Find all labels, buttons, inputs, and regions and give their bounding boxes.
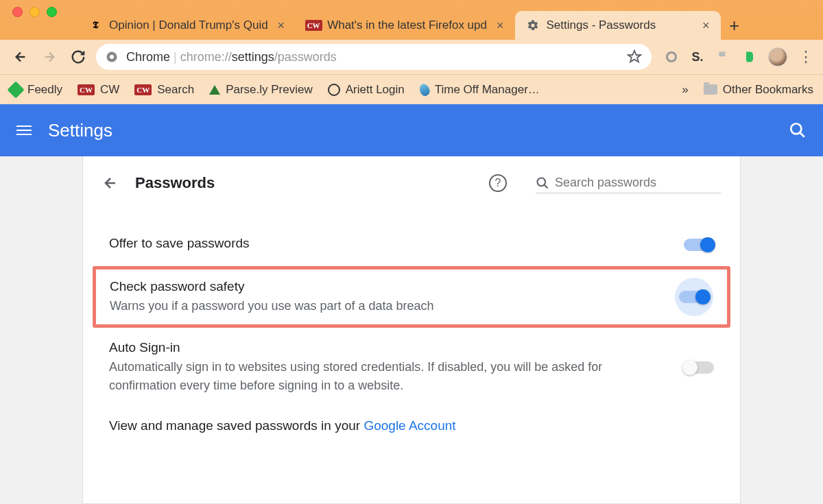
chrome-icon (106, 51, 118, 63)
extension-s-icon[interactable]: S. (690, 49, 705, 64)
new-tab-button[interactable]: + (721, 11, 748, 40)
bookmarks-bar: Feedly CWCW CWSearch Parse.ly Preview Ar… (0, 74, 823, 104)
tab-1[interactable]: CW What's in the latest Firefox upd × (296, 11, 514, 40)
setting-title: Check password safety (110, 279, 661, 294)
menu-icon[interactable]: ⋮ (798, 49, 813, 64)
bookmark-label: CW (100, 83, 119, 97)
settings-title: Settings (48, 120, 112, 141)
other-bookmarks[interactable]: Other Bookmarks (704, 83, 813, 97)
url-text: Chrome | chrome://settings/passwords (126, 50, 597, 64)
window-controls (12, 7, 57, 17)
manage-prefix: View and manage saved passwords in your (109, 418, 363, 433)
setting-title: Offer to save passwords (109, 236, 670, 251)
google-account-link[interactable]: Google Account (363, 418, 455, 433)
svg-point-3 (538, 178, 546, 186)
globe-icon (328, 84, 340, 96)
search-icon[interactable] (789, 121, 807, 139)
other-bookmarks-label: Other Bookmarks (723, 83, 813, 97)
tab-2[interactable]: Settings - Passwords × (515, 11, 721, 40)
passwords-card: Passwords ? Offer to save passwords Chec… (82, 156, 741, 504)
maximize-window-button[interactable] (47, 7, 57, 17)
tab-title: Opinion | Donald Trump's Quid (109, 19, 268, 32)
gear-icon (526, 19, 540, 32)
search-icon (536, 176, 549, 190)
setting-check-safety: Check password safety Warns you if a pas… (110, 275, 713, 319)
extension-evernote-icon[interactable] (742, 49, 757, 64)
manage-passwords-row: View and manage saved passwords in your … (102, 405, 721, 447)
svg-point-2 (791, 123, 801, 134)
back-icon[interactable] (102, 175, 119, 191)
overflow-label: » (682, 83, 688, 97)
close-tab-icon[interactable]: × (700, 19, 713, 33)
forward-button[interactable] (38, 46, 60, 68)
feedly-icon (7, 81, 24, 98)
close-tab-icon[interactable]: × (494, 19, 507, 33)
search-passwords[interactable] (536, 173, 721, 193)
close-tab-icon[interactable]: × (275, 19, 288, 33)
reload-button[interactable] (67, 46, 89, 68)
bookmarks-overflow[interactable]: » (682, 83, 688, 97)
bookmark-label: Time Off Manager… (435, 83, 540, 97)
bookmark-search[interactable]: CWSearch (134, 83, 194, 97)
cw-icon: CW (307, 19, 320, 32)
cw-icon: CW (77, 84, 95, 95)
tab-title: What's in the latest Firefox upd (327, 19, 487, 32)
toolbar: Chrome | chrome://settings/passwords S. … (0, 40, 823, 74)
profile-avatar[interactable] (768, 47, 787, 67)
close-window-button[interactable] (12, 7, 23, 17)
tab-0[interactable]: 𝕿 Opinion | Donald Trump's Quid × (77, 11, 296, 40)
bookmark-label: Feedly (27, 83, 62, 97)
parsely-icon (209, 85, 220, 95)
extension-circle-icon[interactable] (664, 49, 679, 64)
bookmark-label: Parse.ly Preview (226, 83, 313, 97)
bookmark-cw[interactable]: CWCW (77, 83, 119, 97)
setting-title: Auto Sign-in (109, 340, 670, 355)
address-bar[interactable]: Chrome | chrome://settings/passwords (96, 44, 652, 70)
bookmark-label: Ariett Login (346, 83, 405, 97)
folder-icon (704, 84, 717, 95)
toggle-halo (675, 278, 713, 316)
page-title: Passwords (135, 174, 215, 192)
tab-title: Settings - Passwords (547, 19, 693, 32)
star-icon[interactable] (627, 49, 642, 64)
tab-strip: 𝕿 Opinion | Donald Trump's Quid × CW Wha… (0, 0, 823, 40)
menu-icon[interactable] (16, 125, 32, 135)
bookmark-parsely[interactable]: Parse.ly Preview (209, 83, 313, 97)
highlighted-setting: Check password safety Warns you if a pas… (93, 266, 730, 328)
setting-subtitle: Warns you if a password you use was part… (110, 297, 661, 315)
minimize-window-button[interactable] (29, 7, 40, 17)
extensions-area: S. ⋮ (658, 47, 813, 67)
setting-auto-signin: Auto Sign-in Automatically sign in to we… (102, 331, 721, 405)
drop-icon (418, 82, 431, 97)
back-button[interactable] (10, 46, 32, 68)
bookmark-feedly[interactable]: Feedly (10, 83, 62, 97)
content-area: Passwords ? Offer to save passwords Chec… (0, 156, 823, 504)
toggle-auto-signin[interactable] (684, 361, 714, 374)
toggle-check-safety[interactable] (679, 291, 709, 303)
nyt-icon: 𝕿 (88, 19, 102, 32)
setting-subtitle: Automatically sign in to websites using … (109, 358, 670, 395)
settings-header: Settings (0, 104, 823, 156)
bookmark-ariett[interactable]: Ariett Login (328, 83, 405, 97)
extension-flag-icon[interactable] (716, 49, 731, 64)
help-icon[interactable]: ? (489, 174, 507, 192)
bookmark-label: Search (157, 83, 194, 97)
search-input[interactable] (555, 176, 721, 190)
reader-icon[interactable] (605, 50, 619, 64)
bookmark-timeoff[interactable]: Time Off Manager… (420, 83, 540, 97)
svg-point-1 (110, 55, 114, 59)
cw-icon: CW (134, 84, 152, 95)
setting-offer-save: Offer to save passwords (102, 226, 721, 263)
toggle-offer-save[interactable] (684, 239, 714, 251)
